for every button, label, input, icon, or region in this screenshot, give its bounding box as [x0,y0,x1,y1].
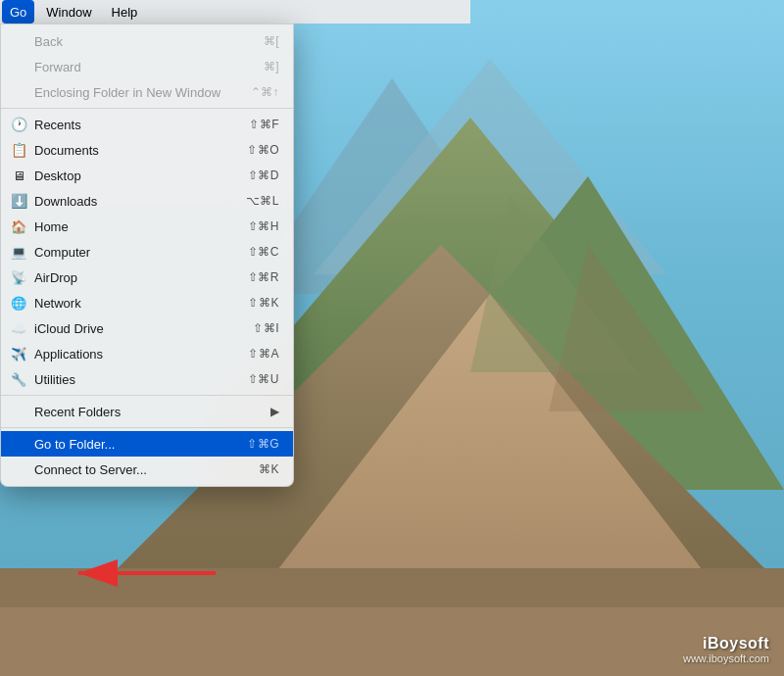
menu-item-enclosing[interactable]: Enclosing Folder in New Window ⌃⌘↑ [1,79,293,105]
computer-icon: 💻 [11,244,26,260]
connect-server-icon [11,461,26,477]
recent-folders-icon [11,404,26,419]
menu-help[interactable]: Help [102,0,148,24]
home-icon: 🏠 [11,218,26,234]
menu-item-connect-server[interactable]: Connect to Server... ⌘K [1,457,293,482]
menu-item-recent-folders[interactable]: Recent Folders ▶ [1,399,293,424]
divider-2 [1,395,293,396]
divider-1 [1,108,293,109]
documents-icon: 📋 [11,142,26,158]
back-icon [11,33,26,49]
applications-icon: ✈️ [11,346,26,362]
airdrop-icon: 📡 [11,269,26,285]
utilities-icon: 🔧 [11,371,26,387]
menu-item-network[interactable]: 🌐 Network ⇧⌘K [1,290,293,315]
menu-item-recents[interactable]: 🕐 Recents ⇧⌘F [1,112,293,137]
icloud-icon: ☁️ [11,320,26,336]
iboysoft-watermark: iBoysoft www.iboysoft.com [683,635,769,664]
menu-item-icloud[interactable]: ☁️ iCloud Drive ⇧⌘I [1,315,293,341]
downloads-icon: ⬇️ [11,193,26,209]
enclosing-icon [11,84,26,100]
menu-item-documents[interactable]: 📋 Documents ⇧⌘O [1,137,293,163]
menu-item-computer[interactable]: 💻 Computer ⇧⌘C [1,239,293,265]
network-icon: 🌐 [11,295,26,311]
menu-go[interactable]: Go [2,0,34,24]
menu-bar: Go Window Help [0,0,470,24]
svg-rect-10 [0,607,784,676]
menu-item-airdrop[interactable]: 📡 AirDrop ⇧⌘R [1,265,293,290]
menu-item-downloads[interactable]: ⬇️ Downloads ⌥⌘L [1,188,293,214]
divider-3 [1,427,293,428]
menu-item-applications[interactable]: ✈️ Applications ⇧⌘A [1,341,293,366]
menu-item-home[interactable]: 🏠 Home ⇧⌘H [1,214,293,239]
desktop-icon: 🖥 [11,168,26,183]
forward-icon [11,59,26,74]
menu-item-back[interactable]: Back ⌘[ [1,28,293,54]
menu-window[interactable]: Window [36,0,101,24]
go-to-folder-icon [11,436,26,452]
menu-item-utilities[interactable]: 🔧 Utilities ⇧⌘U [1,366,293,392]
menu-item-forward[interactable]: Forward ⌘] [1,54,293,79]
menu-item-go-to-folder[interactable]: Go to Folder... ⇧⌘G [1,431,293,457]
menu-item-desktop[interactable]: 🖥 Desktop ⇧⌘D [1,163,293,188]
recents-icon: 🕐 [11,117,26,132]
go-dropdown-menu: Back ⌘[ Forward ⌘] Enclosing Folder in N… [0,24,294,487]
